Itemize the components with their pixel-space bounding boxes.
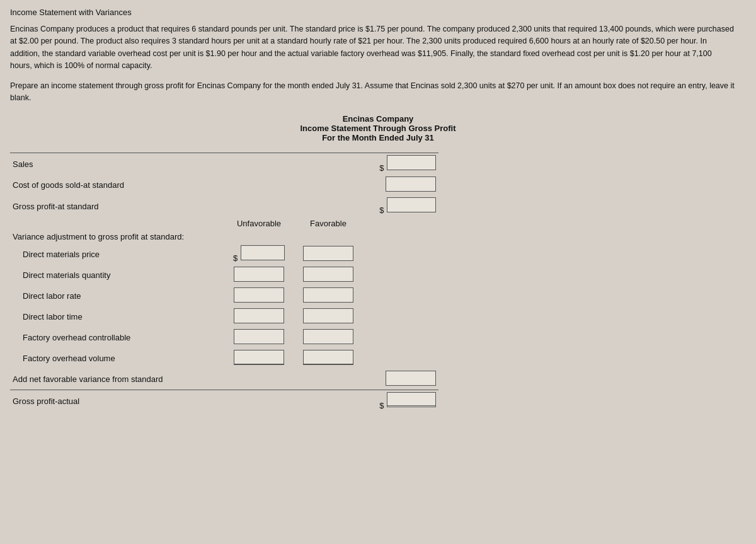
- gross-profit-actual-input[interactable]: [387, 392, 436, 407]
- foh-ctrl-fav-input[interactable]: [303, 329, 353, 344]
- dm-price-fav-input[interactable]: [303, 246, 353, 261]
- dl-rate-unfav-input[interactable]: [234, 287, 284, 303]
- unfavorable-header: Unfavorable: [224, 217, 294, 230]
- problem-text-2: Prepare an income statement through gros…: [10, 80, 735, 105]
- problem-text-1: Encinas Company produces a product that …: [10, 23, 735, 72]
- favorable-header: Favorable: [294, 217, 363, 230]
- dm-qty-fav-input[interactable]: [303, 267, 353, 282]
- sales-label: Sales: [10, 153, 224, 175]
- foh-vol-fav-input[interactable]: [303, 350, 353, 365]
- direct-materials-quantity-label: Direct materials quantity: [10, 265, 224, 286]
- direct-labor-time-label: Direct labor time: [10, 306, 224, 327]
- page-title: Income Statement with Variances: [10, 8, 746, 17]
- variance-heading: Variance adjustment to gross profit at s…: [10, 230, 224, 243]
- statement-title: Income Statement Through Gross Profit: [10, 124, 746, 133]
- foh-ctrl-unfav-input[interactable]: [234, 329, 284, 344]
- gross-profit-standard-input[interactable]: [387, 197, 436, 212]
- direct-labor-rate-label: Direct labor rate: [10, 286, 224, 306]
- factory-overhead-volume-label: Factory overhead volume: [10, 348, 224, 369]
- company-name: Encinas Company: [10, 114, 746, 124]
- gross-profit-standard-label: Gross profit-at standard: [10, 195, 224, 217]
- gross-profit-actual-label: Gross profit-actual: [10, 390, 224, 412]
- dl-time-fav-input[interactable]: [303, 308, 353, 323]
- dl-rate-fav-input[interactable]: [303, 287, 353, 303]
- foh-vol-unfav-input[interactable]: [234, 350, 284, 365]
- dm-qty-unfav-input[interactable]: [234, 267, 284, 282]
- sales-input[interactable]: [387, 155, 436, 170]
- statement-period: For the Month Ended July 31: [10, 133, 746, 142]
- cogs-input[interactable]: [386, 177, 436, 192]
- add-net-favorable-label: Add net favorable variance from standard: [10, 369, 224, 390]
- factory-overhead-controllable-label: Factory overhead controllable: [10, 327, 224, 348]
- dl-time-unfav-input[interactable]: [234, 308, 284, 323]
- cogs-label: Cost of goods sold-at standard: [10, 175, 224, 195]
- net-favorable-input[interactable]: [386, 371, 436, 386]
- dm-price-unfav-input[interactable]: [241, 245, 285, 260]
- direct-materials-price-label: Direct materials price: [10, 243, 224, 265]
